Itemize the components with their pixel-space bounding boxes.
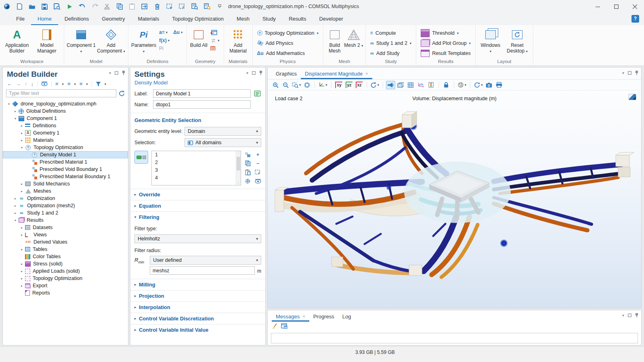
plot-canvas[interactable]: Volume: Displacement magnitude (m) Load …	[268, 90, 641, 308]
zoom-out-icon[interactable]	[281, 81, 290, 89]
move-down-icon[interactable]: ↓	[31, 81, 34, 87]
close-tab-icon[interactable]: ×	[365, 68, 368, 79]
selection-item[interactable]: 1	[152, 151, 241, 159]
tab-results[interactable]: Results	[282, 13, 313, 25]
tab-topology-optimization[interactable]: Topology Optimization	[166, 13, 230, 25]
message-table-icon[interactable]	[281, 323, 287, 329]
float-panel-icon[interactable]	[115, 71, 118, 75]
build-all-button[interactable]: Build All	[189, 26, 208, 48]
parameters-button[interactable]: Pi Parameters▾	[130, 26, 157, 54]
tree-item-prescribed-void-boundary-1[interactable]: Prescribed Void Boundary 1	[3, 166, 128, 173]
add-component-button[interactable]: Add Component ▾	[96, 26, 126, 54]
find-in-model-icon[interactable]	[203, 3, 211, 10]
print-icon[interactable]	[494, 81, 503, 89]
add-plot-group-button[interactable]: Add Plot Group ▾	[418, 38, 473, 48]
rotate-view-icon[interactable]: ▾	[370, 81, 380, 89]
chevron-expanded-icon[interactable]: ▾	[6, 102, 12, 106]
compute-button[interactable]: = Compute	[368, 28, 414, 38]
tab-file[interactable]: File	[10, 13, 31, 25]
chevron-collapsed-icon[interactable]: ▸	[19, 182, 25, 186]
virtual-operations-icon[interactable]	[209, 45, 220, 52]
result-templates-button[interactable]: Result Templates	[418, 48, 473, 58]
livelink-icon[interactable]: ▾	[209, 37, 220, 44]
float-panel-icon[interactable]	[628, 71, 631, 75]
color-theme-icon[interactable]: ▾	[457, 81, 467, 89]
close-button[interactable]	[625, 0, 644, 13]
tree-item-topology-optimization-results[interactable]: ▸Topology Optimization	[3, 275, 128, 282]
chevron-collapsed-icon[interactable]: ▸	[19, 248, 25, 251]
selection-scrollbar[interactable]: ↑ ↓	[236, 151, 241, 185]
node-label-icon[interactable]: ≡	[80, 81, 83, 87]
chevron-collapsed-icon[interactable]: ▸	[19, 269, 25, 273]
selection-item[interactable]: 2	[152, 159, 241, 166]
add-to-selection-icon[interactable]: +	[254, 152, 261, 158]
parameter-case-button[interactable]: Pi	[158, 45, 184, 52]
create-selection-icon[interactable]	[244, 152, 251, 158]
panel-menu-icon[interactable]: ▾	[622, 71, 624, 75]
selection-active-toggle[interactable]	[134, 151, 148, 164]
remove-from-selection-icon[interactable]: −	[254, 160, 261, 166]
qat-customize-icon[interactable]	[216, 3, 223, 10]
variables-button[interactable]: a=▾	[158, 29, 169, 36]
tree-item-optimization-mesh2[interactable]: ▸∞Optimization (mesh2)	[3, 202, 128, 209]
tab-materials[interactable]: Materials	[131, 13, 166, 25]
close-tab-icon[interactable]: ×	[302, 311, 305, 322]
back-icon[interactable]: ←	[7, 81, 12, 87]
build-mesh-button[interactable]: Build Mesh	[325, 26, 344, 54]
study-1-and-2-button[interactable]: ∞ Study 1 and 2 ▾	[368, 38, 414, 48]
tab-messages[interactable]: Messages×	[272, 311, 309, 322]
scene-light-icon[interactable]	[386, 81, 395, 89]
new-file-icon[interactable]	[16, 3, 23, 10]
panel-menu-icon[interactable]: ▾	[622, 313, 624, 318]
chevron-down-icon[interactable]: ▾	[86, 82, 88, 86]
tree-item-prescribed-material-boundary-1[interactable]: Prescribed Material Boundary 1	[3, 173, 128, 180]
clear-selection-icon[interactable]	[254, 169, 261, 175]
pin-panel-icon[interactable]	[635, 71, 638, 75]
tree-item-global-definitions[interactable]: ▸Global Definitions	[3, 107, 128, 115]
zoom-box-icon[interactable]: ▾	[291, 81, 302, 89]
delete-icon[interactable]	[153, 3, 161, 10]
messages-output-area[interactable]	[271, 333, 638, 343]
float-panel-icon[interactable]	[628, 314, 631, 317]
chevron-expanded-icon[interactable]: ▾	[13, 117, 18, 120]
mesh-2-button[interactable]: Mesh 2 ▾	[344, 26, 363, 48]
color-legend-icon[interactable]	[426, 81, 436, 89]
tab-displacement-magnitude[interactable]: Displacement Magnitude×	[301, 68, 372, 79]
tree-item-meshes[interactable]: ▸Meshes	[3, 187, 128, 195]
tree-item-export[interactable]: ▸Export	[3, 282, 128, 289]
scroll-up-icon[interactable]: ↑	[236, 151, 241, 156]
tab-home[interactable]: Home	[31, 13, 58, 25]
import-geometry-icon[interactable]	[209, 29, 220, 36]
chevron-down-icon[interactable]: ▾	[105, 82, 106, 86]
model-manager-button[interactable]: Model Manager	[32, 26, 62, 54]
tree-item-root[interactable]: ▾drone_topology_optimization.mph	[3, 100, 128, 107]
redo-icon[interactable]	[91, 3, 98, 10]
chevron-collapsed-icon[interactable]: ▸	[19, 262, 25, 266]
chevron-down-icon[interactable]: ▾	[62, 82, 64, 86]
chevron-collapsed-icon[interactable]: ▸	[13, 204, 18, 208]
minimize-button[interactable]	[588, 0, 607, 13]
tree-item-density-model-1[interactable]: ?Density Model 1	[3, 151, 128, 158]
selection-item[interactable]: 4	[152, 174, 241, 182]
clear-messages-icon[interactable]	[272, 323, 277, 329]
tree-item-views[interactable]: ▸Views	[3, 231, 128, 238]
open-file-icon[interactable]	[28, 3, 36, 10]
chevron-expanded-icon[interactable]: ▾	[19, 146, 25, 149]
find-icon[interactable]	[191, 3, 198, 10]
tree-item-color-tables[interactable]: Color Tables	[3, 253, 128, 260]
threshold-button[interactable]: Threshold ▾	[418, 28, 473, 38]
tree-item-datasets[interactable]: ▸Datasets	[3, 224, 128, 231]
filter-type-dropdown[interactable]: Helmholtz ▾	[134, 234, 261, 243]
tree-item-definitions[interactable]: ▸Definitions	[3, 122, 128, 129]
save-search-icon[interactable]	[53, 3, 61, 10]
zoom-in-icon[interactable]	[271, 81, 280, 89]
chevron-collapsed-icon[interactable]: ▸	[13, 109, 18, 113]
collapse-all-icon[interactable]: ≡	[67, 81, 71, 87]
section-equation[interactable]: ▸Equation	[130, 200, 265, 211]
chevron-collapsed-icon[interactable]: ▸	[19, 284, 25, 288]
chevron-expanded-icon[interactable]: ▾	[13, 219, 18, 222]
physics-interface-button[interactable]: ? Topology Optimization ▾	[255, 28, 321, 38]
chevron-collapsed-icon[interactable]: ▸	[19, 226, 25, 229]
chevron-collapsed-icon[interactable]: ▸	[19, 131, 25, 135]
tree-item-stress-solid[interactable]: ▸Stress (solid)	[3, 260, 128, 267]
